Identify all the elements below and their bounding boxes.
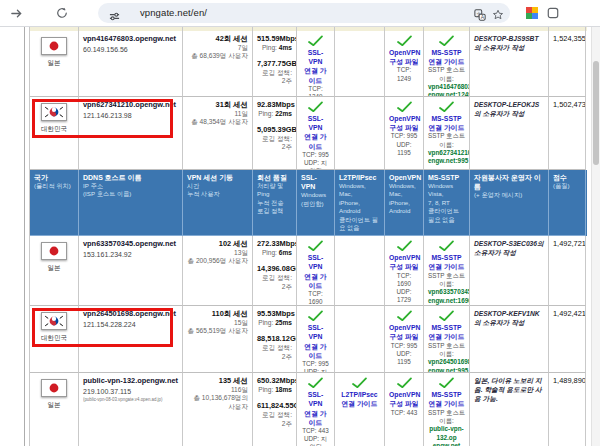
- host-cell: vpn627341210.opengw.net121.146.213.98: [79, 97, 183, 170]
- vertical-scrollbar[interactable]: [591, 27, 600, 446]
- openvpn-guide-link[interactable]: 구성 파일: [389, 262, 419, 271]
- header-line: 회선 품질: [257, 173, 292, 182]
- ssl-vpn-guide-link[interactable]: 연결 가이드: [301, 66, 330, 84]
- ssl-vpn-check-icon: [301, 35, 330, 48]
- scrollbar-thumb[interactable]: [593, 61, 599, 165]
- bookmark-star-icon[interactable]: [492, 7, 504, 25]
- forward-arrow-icon[interactable]: [6, 3, 26, 23]
- ping-value: Ping: 4ms: [257, 44, 292, 53]
- score-value: 1,524,355: [553, 34, 581, 44]
- country-label: 일본: [34, 401, 74, 409]
- l2tp-ipsec-guide-link[interactable]: 연결 가이드: [339, 399, 380, 408]
- openvpn-port-info: UDP: 1195: [389, 141, 419, 157]
- ms-sstp-sstp-hostname: engw.net:995: [428, 367, 465, 374]
- header-cell: VPN 세션 기동시간누적 사용자: [183, 170, 253, 236]
- ms-sstp-guide-link[interactable]: MS-SSTP: [428, 114, 465, 123]
- ssl-vpn-guide-link[interactable]: SSL-VPN: [301, 253, 330, 271]
- ssl-vpn-guide-link[interactable]: 연결 가이드: [301, 132, 330, 150]
- ms-sstp-guide-link[interactable]: 연결 가이드: [428, 57, 465, 66]
- l2tp-ipsec-cell: L2TP/IPsec연결 가이드: [335, 373, 385, 446]
- header-line: Windows Vista,: [428, 182, 465, 199]
- session-line: 총 565,519명 사용자: [187, 327, 248, 336]
- transfer-value: 5,095.39GB: [257, 125, 292, 135]
- side-panel-icon[interactable]: [543, 3, 563, 23]
- l2tp-ipsec-guide-link[interactable]: L2TP/IPsec: [339, 390, 380, 399]
- ssl-vpn-check-icon: [301, 310, 330, 323]
- ddns-hostname: public-vpn-132.opengw.net: [83, 376, 178, 386]
- ssl-vpn-guide-link[interactable]: SSL-VPN: [301, 114, 330, 132]
- openvpn-guide-link[interactable]: OpenVPN: [389, 114, 419, 123]
- operator-cell: DESKTOP-LEFOKJS의 소유자가 작성: [470, 97, 549, 170]
- ddns-hostname: vpn627341210.opengw.net: [83, 100, 178, 110]
- header-line: 자원봉사자 운영자 이름: [474, 173, 544, 191]
- operator-text: DESKTOP-KEFV1NK의 소유자가 작성: [474, 309, 544, 327]
- ip-address: 60.149.156.56: [83, 45, 178, 54]
- openvpn-guide-link[interactable]: 구성 파일: [389, 399, 419, 408]
- score-value: 1,489,890: [553, 376, 581, 386]
- transfer-value: 14,396.08GB: [257, 264, 292, 274]
- ssl-vpn-guide-link[interactable]: SSL-VPN: [301, 390, 330, 408]
- header-cell: DDNS 호스트 이름IP 주소(ISP 호스트 이름): [79, 170, 183, 236]
- ssl-vpn-guide-link[interactable]: 연결 가이드: [301, 272, 330, 290]
- sessions-cell: 31회 세션11일총 48,354명 사용자: [183, 97, 253, 170]
- header-cell: MS-SSTPWindows Vista,7, 8, RT클라이언트 필요 없음: [424, 170, 470, 236]
- openvpn-port-info: TCP: 1690: [389, 272, 419, 288]
- ssl-vpn-guide-link[interactable]: 연결 가이드: [301, 342, 330, 360]
- openvpn-guide-link[interactable]: OpenVPN: [389, 253, 419, 262]
- l2tp-ipsec-cell: [335, 31, 385, 97]
- reload-icon[interactable]: [52, 3, 72, 23]
- table-row: 대한민국vpn627341210.opengw.net121.146.213.9…: [30, 97, 587, 170]
- openvpn-guide-link[interactable]: OpenVPN: [389, 323, 419, 332]
- ms-sstp-guide-link[interactable]: 연결 가이드: [428, 262, 465, 271]
- ssl-vpn-port-info: TCP: 1249: [301, 85, 330, 97]
- operator-cell: DESKTOP-S3EC036의 소유자가 작성: [470, 236, 549, 306]
- openvpn-guide-link[interactable]: OpenVPN: [389, 48, 419, 57]
- openvpn-guide-link[interactable]: 구성 파일: [389, 123, 419, 132]
- ssl-vpn-guide-link[interactable]: SSL-VPN: [301, 323, 330, 341]
- quality-cell: 650.32MbpsPing: 18ms611,824.55GB로깅 정책:2주: [253, 373, 297, 446]
- ssl-vpn-guide-link[interactable]: SSL-VPN: [301, 48, 330, 66]
- ms-sstp-guide-link[interactable]: 연결 가이드: [428, 332, 465, 341]
- l2tp-ipsec-cell: [335, 236, 385, 306]
- country-label: 일본: [34, 59, 74, 67]
- openvpn-port-info: TCP: 1249: [389, 66, 419, 82]
- ping-value: Ping: 25ms: [257, 319, 292, 328]
- l2tp-ipsec-cell: [335, 97, 385, 170]
- ms-sstp-sstp-hostname: vpn627341210.op: [428, 149, 465, 158]
- translate-icon[interactable]: 文A: [474, 7, 486, 25]
- logging-label: 로깅 정책:: [257, 69, 292, 78]
- ssl-vpn-port-info: TCP: 995: [301, 151, 330, 159]
- ms-sstp-guide-link[interactable]: 연결 가이드: [428, 123, 465, 132]
- ssl-vpn-guide-link[interactable]: 연결 가이드: [301, 409, 330, 427]
- ms-sstp-sstp-hostname: vpn416476803.op: [428, 83, 465, 92]
- ms-sstp-guide-link[interactable]: MS-SSTP: [428, 48, 465, 57]
- ms-sstp-guide-link[interactable]: MS-SSTP: [428, 323, 465, 332]
- ms-sstp-guide-link[interactable]: MS-SSTP: [428, 390, 465, 399]
- throughput-value: 95.53Mbps: [257, 309, 292, 319]
- ms-sstp-guide-link[interactable]: 연결 가이드: [428, 399, 465, 408]
- ms-sstp-guide-link[interactable]: MS-SSTP: [428, 253, 465, 262]
- logging-label: 로깅 정책:: [257, 344, 292, 353]
- openvpn-guide-link[interactable]: 구성 파일: [389, 332, 419, 341]
- ms-sstp-cell: MS-SSTP연결 가이드SSTP 호스트 이름:public-vpn-132.…: [424, 373, 470, 446]
- operator-cell: DESKTOP-BJS9SBT의 소유자가 작성: [470, 31, 549, 97]
- ms-sstp-sstp-hostname: engw.net:1690: [428, 297, 465, 306]
- score-cell: 1,502,473: [549, 97, 586, 170]
- session-line: 42회 세션: [187, 34, 248, 44]
- openvpn-guide-link[interactable]: 구성 파일: [389, 57, 419, 66]
- session-line: 총 10,136,678명의 사용자: [187, 394, 248, 411]
- ping-value: Ping: 6ms: [257, 249, 292, 258]
- session-line: 7일: [187, 44, 248, 53]
- address-bar[interactable]: vpngate.net/en/ 文A: [98, 3, 510, 23]
- operator-text: DESKTOP-BJS9SBT의 소유자가 작성: [474, 34, 544, 52]
- site-settings-icon[interactable]: [109, 8, 120, 26]
- ip-address: 121.146.213.98: [83, 111, 178, 120]
- operator-text: DESKTOP-LEFOKJS의 소유자가 작성: [474, 100, 544, 118]
- extension-icon[interactable]: [522, 3, 542, 23]
- logging-label: 로깅 정책:: [257, 135, 292, 144]
- ms-sstp-sstp-hostname: engw.net:995: [428, 157, 465, 166]
- header-line: 누적 사용자: [187, 190, 248, 198]
- openvpn-port-info: UDP: 1729: [389, 288, 419, 304]
- openvpn-guide-link[interactable]: OpenVPN: [389, 390, 419, 399]
- openvpn-cell: OpenVPN구성 파일TCP: 1690UDP: 1729: [385, 236, 424, 306]
